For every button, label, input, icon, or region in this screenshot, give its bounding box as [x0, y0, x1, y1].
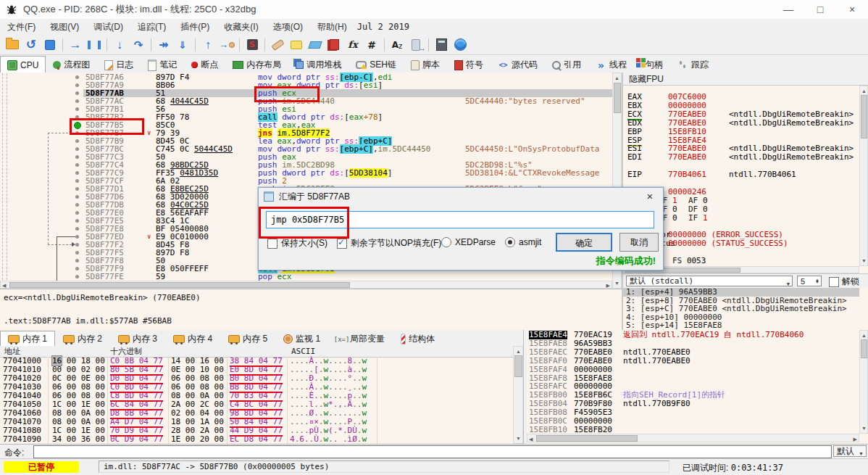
script-s-icon[interactable]: [243, 36, 261, 54]
radio-selected-icon[interactable]: [505, 237, 515, 247]
minimize-button[interactable]: —: [772, 0, 804, 19]
menu-item-7[interactable]: 帮助(H): [310, 21, 354, 33]
tab-source[interactable]: 源代码: [491, 57, 545, 73]
cancel-button[interactable]: 取消: [619, 233, 659, 252]
argument-row[interactable]: 4: [esp+10] 00000000: [623, 313, 859, 322]
register-row[interactable]: EDI770EABE0<ntdll.DbgUiRemoteBreakin>: [627, 153, 706, 162]
scroll-thumb[interactable]: [9, 282, 350, 288]
stack-row[interactable]: 15E8FAEC770EABE0ntdll.770EABE0: [527, 348, 859, 357]
argument-row[interactable]: 1: [esp+4] 96A59BB3: [623, 288, 859, 297]
command-scope-select[interactable]: 默认 ▼: [833, 445, 867, 457]
argument-row[interactable]: 3: [esp+C] 770EABE0 <ntdll.DbgUiRemoteBr…: [623, 305, 859, 313]
stack-vscrollbar[interactable]: ▲ ▼: [859, 330, 868, 434]
comment-icon[interactable]: [288, 36, 305, 54]
stack-hscrollbar[interactable]: ◀ ▶: [527, 434, 859, 442]
scroll-up-icon[interactable]: ▲: [516, 348, 521, 355]
command-input[interactable]: [33, 445, 832, 458]
stack-row[interactable]: 15E8FB1015E8FB20: [527, 426, 859, 434]
disasm-row[interactable]: 5D8F77FE59pop ecx: [0, 273, 612, 281]
menu-item-2[interactable]: 调试(D): [86, 21, 130, 33]
strings-icon[interactable]: [388, 36, 406, 54]
tab-notes[interactable]: 笔记: [141, 57, 184, 73]
dump-tab-0[interactable]: 内存 1: [0, 331, 55, 347]
dump-tab-4[interactable]: 内存 5: [220, 331, 275, 346]
menu-item-1[interactable]: 视图(V): [43, 21, 86, 33]
tab-log[interactable]: 日志: [97, 57, 141, 73]
disasm-hscrollbar[interactable]: ◀ ▶: [0, 281, 612, 289]
register-row[interactable]: EIP770B4061ntdll.770B4061: [627, 170, 706, 179]
checkbox-checked-icon[interactable]: [337, 239, 347, 249]
stack-row[interactable]: 15E8FAF0770EABE0ntdll.770EABE0: [527, 357, 859, 365]
tab-threads[interactable]: 线程: [588, 57, 634, 73]
scroll-thumb[interactable]: [514, 355, 522, 377]
memory-dump-panel[interactable]: 内存 1内存 2内存 3内存 4内存 5监视 1局部变量结构体 地址 十六进制 …: [0, 330, 523, 444]
patch-icon[interactable]: [269, 36, 286, 54]
menu-item-6[interactable]: 选项(O): [266, 21, 310, 33]
menu-item-4[interactable]: 插件(P): [173, 21, 217, 33]
stack-panel[interactable]: 15E8FAE4770EAC19返回到 ntdll.770EAC19 自 ntd…: [527, 330, 868, 444]
scroll-thumb[interactable]: [536, 435, 638, 442]
calculator-icon[interactable]: [433, 36, 450, 54]
tab-call-stack[interactable]: 调用堆栈: [288, 57, 349, 73]
dump-row[interactable]: 7704109034 00 36 000C D9 04 771E 00 20 0…: [0, 435, 512, 444]
scroll-up-icon[interactable]: ▲: [614, 75, 619, 81]
checkbox-icon[interactable]: [829, 277, 839, 287]
stack-row[interactable]: 15E8FAE896A59BB3: [527, 339, 859, 348]
step-out-icon[interactable]: [174, 36, 191, 54]
restart-icon[interactable]: [22, 36, 40, 54]
menu-item-0[interactable]: 文件(F): [0, 21, 43, 33]
scroll-left-icon[interactable]: ◀: [529, 436, 533, 442]
tab-symbols[interactable]: 符号: [447, 57, 491, 73]
scroll-up-icon[interactable]: ▲: [861, 332, 867, 339]
keep-size-checkbox[interactable]: 保持大小(S): [267, 237, 327, 249]
attach-icon[interactable]: [407, 36, 425, 54]
scroll-thumb[interactable]: [861, 339, 867, 358]
scroll-down-icon[interactable]: ▼: [614, 280, 619, 286]
dump-tab-6[interactable]: 局部变量: [328, 331, 393, 346]
tab-handles[interactable]: 句柄: [634, 57, 670, 73]
pause-icon[interactable]: [85, 36, 103, 54]
tab-script[interactable]: 脚本: [404, 57, 447, 73]
tab-seh-chain[interactable]: SEH链: [349, 57, 404, 73]
dialog-close-button[interactable]: ×: [640, 188, 660, 205]
run-until-icon[interactable]: [155, 36, 172, 54]
asmjit-radio[interactable]: asmjit: [505, 237, 541, 247]
tab-memory-map[interactable]: 内存布局: [225, 57, 288, 73]
function-icon[interactable]: [344, 36, 362, 54]
unlock-checkbox[interactable]: 解锁: [829, 276, 859, 288]
ok-button[interactable]: 确定: [556, 233, 612, 252]
argument-row[interactable]: 2: [esp+8] 770EABE0 <ntdll.DbgUiRemoteBr…: [623, 297, 859, 305]
hide-fpu-button[interactable]: 隐藏FPU: [623, 73, 868, 86]
label-icon[interactable]: [306, 36, 324, 54]
scroll-right-icon[interactable]: ▶: [606, 282, 610, 289]
scroll-left-icon[interactable]: ◀: [2, 282, 6, 289]
tab-references[interactable]: 引用: [545, 57, 588, 73]
nop-fill-checkbox[interactable]: 剩余字节以NOP填充(F): [337, 237, 441, 249]
run-icon[interactable]: [67, 36, 84, 54]
arg-count-stepper[interactable]: 5 ▲ ▼: [797, 276, 822, 286]
maximize-button[interactable]: □: [804, 0, 836, 19]
menu-item-3[interactable]: 追踪(T): [130, 21, 173, 33]
tab-cpu[interactable]: CPU: [0, 56, 46, 73]
bookmarks-icon[interactable]: [325, 36, 343, 54]
menu-item-5[interactable]: 收藏夹(I): [217, 21, 265, 33]
execute-till-return-icon[interactable]: [199, 36, 217, 54]
xedparse-radio[interactable]: XEDParse: [441, 237, 496, 247]
step-over-icon[interactable]: [130, 36, 147, 54]
hash-icon[interactable]: [363, 36, 380, 54]
globe-icon[interactable]: [451, 36, 469, 54]
dump-tab-7[interactable]: 结构体: [393, 331, 443, 346]
tab-breakpoints[interactable]: 断点: [184, 57, 225, 73]
scroll-thumb[interactable]: [861, 95, 867, 139]
stack-row[interactable]: 15E8FAF400000000: [527, 365, 859, 374]
scroll-thumb[interactable]: [614, 83, 621, 113]
stop-icon[interactable]: [41, 36, 59, 54]
close-button[interactable]: ×: [836, 0, 868, 19]
stepper-down-icon[interactable]: ▼: [815, 280, 819, 284]
argument-row[interactable]: 5: [esp+14] 15E8FAE8: [623, 321, 859, 330]
regs-vscrollbar[interactable]: ▲ ▼: [859, 86, 868, 266]
calling-convention-select[interactable]: 默认 (stdcall) ▼: [626, 276, 793, 286]
run-to-user-code-icon[interactable]: [218, 36, 235, 54]
scroll-down-icon[interactable]: ▼: [516, 435, 521, 442]
dump-tab-3[interactable]: 内存 4: [165, 331, 220, 346]
